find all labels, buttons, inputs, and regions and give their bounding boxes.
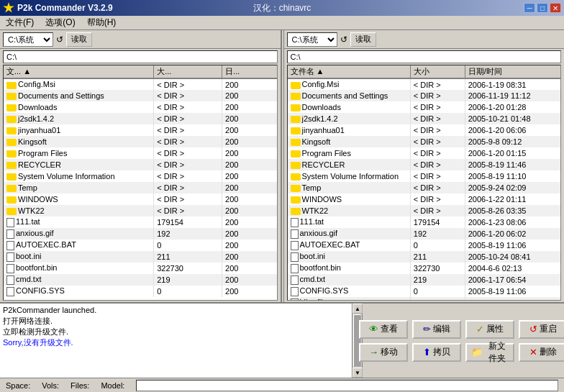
table-row[interactable]: WINDOWS< DIR >200: [4, 193, 277, 205]
file-size: < DIR >: [410, 124, 465, 136]
file-size: 1073270...: [410, 297, 465, 301]
table-row[interactable]: WTK22< DIR >2005-8-26 03:35: [288, 205, 561, 216]
file-name: RECYCLER: [4, 159, 154, 170]
table-row[interactable]: CONFIG.SYS02005-8-19 11:06: [288, 286, 561, 297]
table-row[interactable]: WINDOWS< DIR >2006-1-22 01:11: [288, 193, 561, 205]
table-row[interactable]: j2sdk1.4.2< DIR >200: [4, 113, 277, 124]
right-read-button[interactable]: 读取: [350, 32, 376, 47]
action-btn-查看[interactable]: 👁查看: [359, 320, 408, 339]
table-row[interactable]: boot.ini2112005-10-24 08:41: [288, 251, 561, 263]
table-row[interactable]: System Volume Information< DIR >2005-8-1…: [288, 170, 561, 182]
action-btn-重启[interactable]: ↺重启: [519, 320, 564, 339]
table-row[interactable]: boot.ini211200: [4, 251, 277, 263]
table-row[interactable]: Temp< DIR >2005-9-24 02:09: [288, 182, 561, 193]
btn-icon-1: ✏: [423, 324, 431, 334]
file-date: 2006-11-19 11:12: [465, 90, 560, 101]
file-name: anxious.gif: [288, 228, 411, 240]
close-button[interactable]: ✕: [550, 3, 561, 13]
left-col-date[interactable]: 日...: [222, 65, 277, 78]
table-row[interactable]: 111.tat1791542006-1-23 08:06: [288, 216, 561, 228]
table-row[interactable]: Config.Msi< DIR >200: [4, 78, 277, 90]
file-date: 200: [222, 182, 277, 193]
log-section: P2kCommander launched.打开网络连接.立即检测升级文件.So…: [0, 304, 363, 378]
file-name: Downloads: [4, 101, 154, 113]
table-row[interactable]: cmd.txt2192006-1-17 06:54: [288, 274, 561, 286]
table-row[interactable]: Documents and Settings< DIR >2006-11-19 …: [288, 90, 561, 101]
btn-icon-0: →: [369, 347, 378, 357]
minimize-button[interactable]: ─: [524, 3, 535, 13]
table-row[interactable]: System Volume Information< DIR >200: [4, 170, 277, 182]
left-col-size[interactable]: 大...: [154, 65, 222, 78]
table-row[interactable]: bootfont.bin322730200: [4, 263, 277, 274]
file-date: 2006-1-20 06:02: [465, 228, 560, 240]
table-row[interactable]: Documents and Settings< DIR >200: [4, 90, 277, 101]
menu-options[interactable]: 选项(O): [42, 16, 78, 29]
file-name: Kingsoft: [4, 136, 154, 147]
menu-help[interactable]: 帮助(H): [84, 16, 119, 29]
right-file-list[interactable]: 文件名 ▲ 大小 日期/时间 Config.Msi<: [287, 65, 562, 301]
file-name: j2sdk1.4.2: [288, 113, 411, 124]
table-row[interactable]: Temp< DIR >200: [4, 182, 277, 193]
menu-file[interactable]: 文件(F): [3, 16, 37, 29]
file-size: < DIR >: [154, 113, 222, 124]
file-size: 0: [154, 286, 222, 297]
status-model: Model:: [101, 381, 124, 390]
action-btn-拷贝[interactable]: ⬆拷贝: [412, 343, 461, 362]
file-name: Temp: [4, 182, 154, 193]
table-row[interactable]: jinyanhua01< DIR >200: [4, 124, 277, 136]
table-row[interactable]: Downloads< DIR >2006-1-20 01:28: [288, 101, 561, 113]
file-date: 2006-1-19 08:31: [465, 78, 560, 90]
action-btn-新文件夹[interactable]: 📁新文件夹: [465, 343, 514, 362]
status-input[interactable]: [136, 380, 558, 391]
table-row[interactable]: RECYCLER< DIR >200: [4, 159, 277, 170]
right-col-name[interactable]: 文件名 ▲: [288, 65, 411, 78]
maximize-button[interactable]: □: [537, 3, 548, 13]
table-row[interactable]: Kingsoft< DIR >2005-9-8 09:12: [288, 136, 561, 147]
table-row[interactable]: cmd.txt219200: [4, 274, 277, 286]
table-row[interactable]: AUTOEXEC.BAT0200: [4, 240, 277, 251]
file-size: < DIR >: [154, 101, 222, 113]
table-row[interactable]: Downloads< DIR >200: [4, 101, 277, 113]
left-file-list[interactable]: 文... ▲ 大... 日... Config.Ms: [3, 65, 278, 301]
table-row[interactable]: CONFIG.SYS0200: [4, 286, 277, 297]
table-row[interactable]: hiberfil.sys1073270...2006-1-23 07:58: [288, 297, 561, 301]
table-row[interactable]: AUTOEXEC.BAT02005-8-19 11:06: [288, 240, 561, 251]
table-row[interactable]: Program Files< DIR >200: [4, 147, 277, 159]
file-name: 111.tat: [288, 216, 411, 228]
right-col-date[interactable]: 日期/时间: [465, 65, 560, 78]
log-line: P2kCommander launched.: [3, 305, 349, 316]
file-date: 2005-8-19 11:46: [465, 159, 560, 170]
table-row[interactable]: Program Files< DIR >2006-1-20 01:15: [288, 147, 561, 159]
table-row[interactable]: bootfont.bin3227302004-6-6 02:13: [288, 263, 561, 274]
file-date: 2005-10-21 01:48: [465, 113, 560, 124]
left-col-name[interactable]: 文... ▲: [4, 65, 154, 78]
table-row[interactable]: anxious.gif1922006-1-20 06:02: [288, 228, 561, 240]
file-date: 2005-8-26 03:35: [465, 205, 560, 216]
action-btn-移动[interactable]: →移动: [359, 343, 408, 362]
left-read-button[interactable]: 读取: [66, 32, 92, 47]
right-col-size[interactable]: 大小: [410, 65, 465, 78]
table-row[interactable]: jinyanhua01< DIR >2006-1-20 06:06: [288, 124, 561, 136]
file-date: 2006-1-20 01:28: [465, 101, 560, 113]
table-row[interactable]: WTK22< DIR >200: [4, 205, 277, 216]
file-size: < DIR >: [154, 147, 222, 159]
table-row[interactable]: Config.Msi< DIR >2006-1-19 08:31: [288, 78, 561, 90]
table-row[interactable]: RECYCLER< DIR >2005-8-19 11:46: [288, 159, 561, 170]
left-panel: C:\系统 ↺ 读取 C:\ 文... ▲: [0, 30, 281, 302]
table-row[interactable]: j2sdk1.4.2< DIR >2005-10-21 01:48: [288, 113, 561, 124]
action-btn-编辑[interactable]: ✏编辑: [412, 320, 461, 339]
file-date: 200: [222, 101, 277, 113]
file-name: AUTOEXEC.BAT: [4, 240, 154, 251]
action-btn-属性[interactable]: ✓属性: [465, 320, 514, 339]
right-drive-select[interactable]: C:\系统: [287, 32, 337, 47]
log-scroll-up[interactable]: ▲: [352, 304, 363, 314]
log-scroll: ▲ ▼: [352, 304, 363, 378]
action-btn-删除[interactable]: ✕删除: [519, 343, 564, 362]
app-icon: [3, 2, 14, 14]
table-row[interactable]: anxious.gif192200: [4, 228, 277, 240]
log-line: Sorry,没有升级文件.: [3, 337, 349, 348]
table-row[interactable]: 111.tat179154200: [4, 216, 277, 228]
left-drive-select[interactable]: C:\系统: [3, 32, 53, 47]
table-row[interactable]: Kingsoft< DIR >200: [4, 136, 277, 147]
log-scroll-down[interactable]: ▼: [352, 368, 363, 378]
